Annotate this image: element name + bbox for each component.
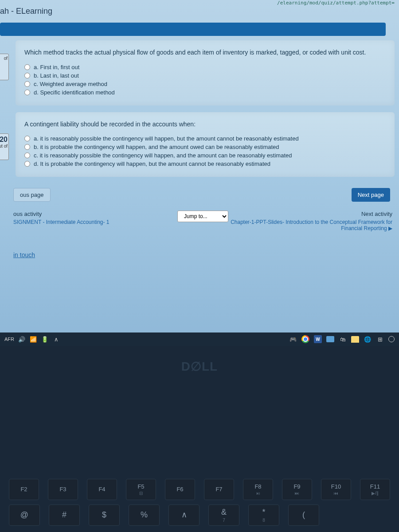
option-label: b. it is probable the contingency will h… (34, 144, 279, 150)
radio-input[interactable] (24, 64, 30, 70)
question-text: A contingent liability should be recorde… (24, 120, 386, 129)
task-view-icon[interactable]: ⊞ (376, 335, 384, 343)
key-f11: F11▶/‖ (360, 479, 390, 500)
key-7: &7 (208, 505, 239, 526)
key-3: # (49, 505, 80, 526)
radio-input[interactable] (24, 144, 30, 150)
chevron-up-icon[interactable]: ∧ (52, 335, 60, 343)
question-card-1: Which method tracks the actual physical … (16, 40, 395, 106)
option-c[interactable]: c. it is reasonably possible the conting… (24, 152, 386, 159)
question-info-col: of 20 ut of (0, 38, 11, 258)
previous-activity: ous activity SIGNMENT - Intermediate Acc… (13, 211, 177, 225)
volume-icon[interactable]: 🔊 (18, 335, 26, 343)
taskbar-language[interactable]: AFR (4, 336, 14, 342)
next-page-button[interactable]: Next page (352, 188, 390, 202)
option-label: a. First in, first out (34, 64, 79, 70)
option-a[interactable]: a. it is reasonably possible the conting… (24, 135, 386, 142)
key-9: ( (288, 505, 319, 526)
key-5: % (129, 505, 160, 526)
key-f10: F10⏮ (321, 479, 351, 500)
option-label: c. it is reasonably possible the conting… (34, 152, 292, 159)
key-2: @ (9, 505, 40, 526)
next-activity-link[interactable]: Chapter-1-PPT-Slides- Introduction to th… (228, 219, 392, 231)
wifi-icon[interactable]: 📶 (29, 335, 37, 343)
previous-activity-header: ous activity (13, 211, 177, 217)
word-icon[interactable]: W (314, 335, 322, 343)
key-f7: F7 (204, 479, 234, 500)
question-info-box-2: 20 ut of (0, 133, 9, 160)
question-card-2: A contingent liability should be recorde… (16, 112, 395, 177)
chrome-icon[interactable] (301, 335, 309, 343)
key-f5: F5⊟ (126, 479, 156, 500)
store-icon[interactable]: 🛍 (339, 335, 347, 343)
next-activity-header: Next activity (228, 211, 392, 217)
key-f3: F3 (48, 479, 78, 500)
function-key-row: F2 F3 F4 F5⊟ F6 F7 F8⏯ F9⏭ F10⏮ F11▶/‖ (0, 479, 399, 500)
option-b[interactable]: b. it is probable the contingency will h… (24, 144, 386, 150)
option-label: a. it is reasonably possible the conting… (34, 135, 299, 142)
option-label: b. Last in, last out (34, 72, 79, 79)
taskbar-right: 🎮 W 🛍 🌐 ⊞ (289, 335, 395, 343)
main-col: Which method tracks the actual physical … (11, 38, 399, 258)
app-icon[interactable]: 🎮 (289, 335, 297, 343)
content-area: of 20 ut of Which method tracks the actu… (0, 38, 399, 258)
screen: /elearning/mod/quiz/attempt.php?attempt=… (0, 0, 399, 341)
question-info-box-1: of (0, 54, 9, 80)
activity-nav: ous activity SIGNMENT - Intermediate Acc… (13, 208, 399, 238)
key-f2: F2 (9, 479, 39, 500)
radio-input[interactable] (24, 136, 30, 141)
header-bar[interactable] (0, 23, 386, 36)
battery-icon[interactable]: 🔋 (41, 335, 49, 343)
key-8: *8 (248, 505, 279, 526)
url-fragment: /elearning/mod/quiz/attempt.php?attempt= (277, 0, 395, 6)
footer-link[interactable]: in touch (13, 238, 399, 258)
page-nav: ous page Next page (13, 184, 399, 208)
option-d[interactable]: d. Specific identification method (24, 89, 386, 96)
jump-to-select[interactable]: Jump to... (177, 211, 228, 222)
next-activity: Next activity Chapter-1-PPT-Slides- Intr… (228, 211, 392, 231)
option-d[interactable]: d. It is probable the contingency will h… (24, 160, 386, 167)
key-f9: F9⏭ (282, 479, 312, 500)
radio-input[interactable] (24, 90, 30, 95)
key-4: $ (89, 505, 120, 526)
folder-icon[interactable] (351, 336, 359, 343)
key-6: ∧ (168, 505, 200, 526)
taskbar-left: AFR 🔊 📶 🔋 ∧ (4, 335, 60, 343)
option-b[interactable]: b. Last in, last out (24, 72, 386, 79)
dell-logo: D∅LL (0, 359, 399, 374)
cortana-icon[interactable] (388, 336, 395, 342)
option-label: d. It is probable the contingency will h… (34, 160, 270, 167)
radio-input[interactable] (24, 153, 30, 158)
option-label: c. Weighted average method (34, 81, 107, 87)
previous-page-button[interactable]: ous page (13, 188, 51, 202)
key-f4: F4 (87, 479, 117, 500)
number-key-row: @ # $ % ∧ &7 *8 ( (0, 505, 399, 526)
mail-icon[interactable] (326, 336, 334, 342)
option-label: d. Specific identification method (34, 89, 115, 96)
question-side-label: ut of (0, 144, 8, 149)
radio-input[interactable] (24, 81, 30, 87)
question-side-label: of (4, 56, 8, 61)
taskbar: AFR 🔊 📶 🔋 ∧ 🎮 W 🛍 🌐 ⊞ (0, 332, 399, 346)
option-c[interactable]: c. Weighted average method (24, 81, 386, 87)
previous-activity-link[interactable]: SIGNMENT - Intermediate Accounting- 1 (13, 219, 177, 225)
question-text: Which method tracks the actual physical … (24, 48, 386, 57)
key-f8: F8⏯ (243, 479, 273, 500)
jump-to-container: Jump to... (177, 211, 228, 222)
radio-input[interactable] (24, 73, 30, 78)
key-f6: F6 (165, 479, 195, 500)
edge-icon[interactable]: 🌐 (364, 335, 372, 343)
question-number: 20 (0, 136, 8, 143)
radio-input[interactable] (24, 161, 30, 167)
keyboard: F2 F3 F4 F5⊟ F6 F7 F8⏯ F9⏭ F10⏮ F11▶/‖ @… (0, 479, 399, 532)
option-a[interactable]: a. First in, first out (24, 64, 386, 70)
